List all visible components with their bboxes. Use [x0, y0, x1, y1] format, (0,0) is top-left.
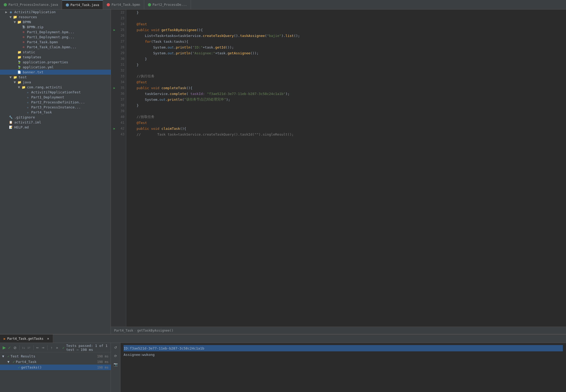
line-num-31: 31	[116, 63, 124, 66]
bottom-panel: ▶ Part4_Task.getTasks × ▶ ✓ ⊘ ↕↓ ↕↑ ⇐	[0, 334, 566, 392]
expand-button[interactable]: ⇒	[41, 345, 45, 351]
tree-item-java[interactable]: ▼ 📁 java	[0, 80, 111, 85]
tree-test-part4[interactable]: ▼ ✓ Part4_Task 198 ms	[0, 359, 111, 365]
sort-button-az[interactable]: ↕↓	[21, 345, 26, 351]
bpmn-icon-task: ⚙	[21, 40, 26, 44]
panel-output: ID:f3ae521d-3e77-11eb-b287-3c58c24c1a1b …	[120, 343, 566, 392]
img-icon: ⚙	[21, 35, 26, 39]
more-button[interactable]: »	[55, 346, 59, 350]
tree-label-pkg: com.rang.activiti	[27, 85, 62, 89]
folder-icon-bpmn: 📁	[17, 20, 22, 24]
run-icon-tab: ▶	[4, 337, 6, 341]
stop-button[interactable]: ⊘	[13, 345, 17, 351]
sync-button[interactable]: ↺	[112, 344, 119, 351]
tree-item-app-props[interactable]: 🍃 application.properties	[0, 60, 111, 65]
tab-part2[interactable]: Part2_ProcessDe...	[144, 0, 191, 9]
git-icon: 🔧	[8, 116, 13, 119]
tab-icon-red-bpmn	[107, 3, 110, 6]
tree-label-apptest: Activiti7ApplicationTest	[31, 90, 81, 94]
tree-item-part4[interactable]: ☕ Part4_Task	[0, 110, 111, 115]
line-num-39: 39	[116, 109, 124, 113]
tree-item-part3[interactable]: ☕ Part3_ProcessInstance...	[0, 105, 111, 110]
tree-item-part4bpmn[interactable]: ⚙ Part4_Task.bpmn	[0, 40, 111, 45]
code-line-34: @Test	[128, 79, 566, 85]
up-button[interactable]: ↑	[49, 345, 54, 351]
test-gettasks-time: 198 ms	[97, 366, 109, 369]
tree-item-gitignore[interactable]: 🔧 .gitignore	[0, 115, 111, 120]
tab-label-bpmn: Part4_Task.bpmn	[111, 3, 140, 7]
sidebar-scroll[interactable]: ▶ ◉ Activiti7Application ▼ 📁 resources	[0, 9, 111, 334]
test-results-label: Test Results	[11, 354, 35, 358]
toolbar-sep-2	[33, 345, 34, 350]
tree-item-banner[interactable]: 📄 banner.txt	[0, 70, 111, 75]
tab-part4-task[interactable]: Part4_Task.java	[62, 0, 103, 9]
run-panel-tab[interactable]: ▶ Part4_Task.getTasks ×	[0, 334, 53, 343]
tree-item-part4claim[interactable]: ⚙ Part4_Task_Claim.bpmn...	[0, 45, 111, 50]
tree-item-iml[interactable]: 📋 activiti7.iml	[0, 120, 111, 125]
tree-label-test: test	[18, 75, 27, 79]
test-gettasks-label: getTasks()	[21, 365, 42, 369]
run-icon-25[interactable]: ▶	[112, 28, 116, 32]
tree-item-help[interactable]: 📝 HELP.md	[0, 125, 111, 130]
camera-button[interactable]: 📷	[112, 361, 119, 368]
refresh-button[interactable]: ⟳	[112, 352, 119, 359]
bottom-side-icons: ↺ ⟳ 📷	[111, 343, 120, 392]
code-line-29: System.out.println("Assignee:"+task.getA…	[128, 50, 566, 56]
arrow-pkg: ▼	[17, 85, 21, 89]
tree-label-app: Activiti7Application	[14, 10, 56, 14]
line-num-25: 25	[116, 28, 124, 32]
line-num-41: 41	[116, 121, 124, 125]
sort-button-za[interactable]: ↕↑	[27, 345, 31, 351]
tree-label-part3: Part3_ProcessInstance...	[31, 105, 81, 109]
folder-icon-test: 📁	[13, 75, 17, 79]
tab-part4-bpmn[interactable]: Part4_Task.bpmn	[103, 0, 144, 9]
tree-label-part1bpm: Part1_Deployment.bpm...	[27, 30, 74, 34]
tree-item-bpmnzip[interactable]: 🗜 BPMN.zip	[0, 25, 111, 30]
tree-item-test[interactable]: ▼ 📁 test	[0, 75, 111, 80]
tree-test-results[interactable]: ▼ ✓ Test Results 198 ms	[0, 353, 111, 359]
tree-item-part1deploy[interactable]: ☕ Part1_Deployment	[0, 95, 111, 100]
tree-test-gettasks[interactable]: ✓ getTasks() 198 ms	[0, 365, 111, 370]
tree-item-templates[interactable]: 📁 templates	[0, 55, 111, 60]
tree-item-part2[interactable]: ☕ Part2_ProcessDefinition...	[0, 100, 111, 105]
run-button[interactable]: ▶	[2, 345, 6, 351]
tree-label-templates: templates	[23, 55, 41, 59]
line-num-30: 30	[116, 57, 124, 61]
line-num-36: 36	[116, 92, 124, 95]
panel-content: ▶ ✓ ⊘ ↕↓ ↕↑ ⇐ ⇒ ↑ » ✓ Tests passed: 1 of	[0, 343, 566, 392]
line-num-37: 37	[116, 98, 124, 101]
tree-label-banner: banner.txt	[23, 70, 43, 74]
panel-tab-label: Part4_Task.getTasks	[7, 337, 43, 341]
tab-icon-green-part2	[148, 3, 151, 6]
tree-item-app-yml[interactable]: 🍃 application.yml	[0, 65, 111, 70]
code-editor[interactable]: } @Test public void getTaskByAssignee(){	[126, 9, 566, 327]
tree-label-part1png: Part1_Deployment.png...	[27, 35, 74, 39]
test-results-time: 198 ms	[97, 355, 109, 358]
code-line-27: for(Task task:tasks){	[128, 39, 566, 44]
run-icon-42[interactable]: ▶	[112, 127, 116, 130]
folder-icon-pkg: 📁	[21, 85, 26, 89]
code-line-30: }	[128, 56, 566, 62]
line-num-24: 24	[116, 22, 124, 26]
tree-item-apptest[interactable]: ☕ Activiti7ApplicationTest	[0, 90, 111, 95]
tree-arrow-app: ▶	[4, 10, 8, 14]
tree-item-activiti7app[interactable]: ▶ ◉ Activiti7Application	[0, 9, 111, 15]
tab-part3[interactable]: Part3_ProcessInstance.java	[0, 0, 62, 9]
check-button[interactable]: ✓	[7, 345, 12, 351]
bpmn-icon-claim: ⚙	[21, 45, 26, 49]
tree-item-pkg[interactable]: ▼ 📁 com.rang.activiti	[0, 85, 111, 90]
app-icon: ◉	[8, 10, 13, 14]
run-icon-35[interactable]: ▶	[112, 86, 116, 90]
gutter-line-30: 30	[111, 56, 126, 62]
output-line-2: Assignee:wukong	[124, 351, 563, 358]
panel-tab-close[interactable]: ×	[47, 337, 49, 341]
tree-item-part1bpm[interactable]: ⚙ Part1_Deployment.bpm...	[0, 30, 111, 35]
collapse-button[interactable]: ⇐	[35, 345, 40, 351]
line-num-34: 34	[116, 80, 124, 84]
tree-item-part1png[interactable]: ⚙ Part1_Deployment.png...	[0, 35, 111, 40]
tree-item-resources[interactable]: ▼ 📁 resources	[0, 15, 111, 20]
tree-item-static[interactable]: 📁 static	[0, 50, 111, 55]
tree-item-bpmn[interactable]: ▼ 📁 BPMN	[0, 20, 111, 25]
main-container: Part3_ProcessInstance.java Part4_Task.ja…	[0, 0, 566, 392]
gutter-line-43: 43	[111, 131, 126, 137]
